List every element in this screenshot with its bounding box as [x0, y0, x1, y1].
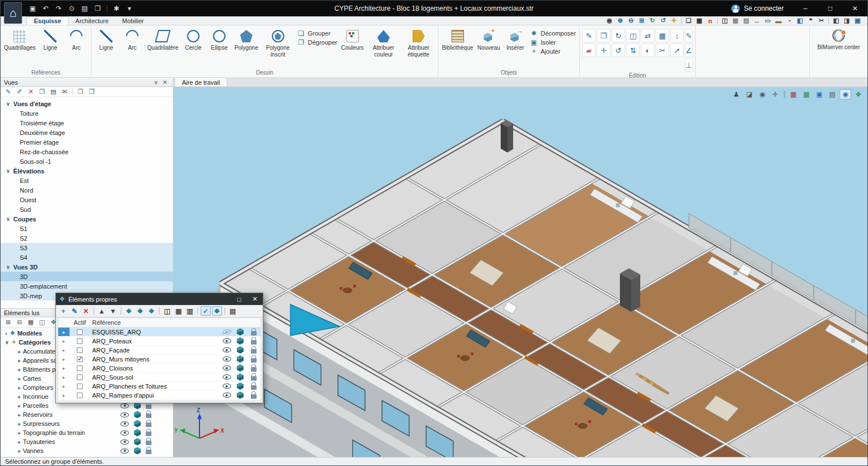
element-tree-item[interactable]: Vannes — [1, 446, 173, 455]
view-tree-item[interactable]: Deuxième étage — [1, 128, 173, 137]
view-tree-item[interactable]: Vues 3D — [1, 262, 173, 272]
view-tree-item[interactable]: Vues d'étage — [1, 99, 173, 108]
cube-3d-icon[interactable] — [237, 346, 244, 354]
screenshot-icon[interactable]: ❏ — [683, 16, 694, 25]
visibility-eye-icon[interactable] — [223, 347, 231, 352]
maximize-button[interactable]: □ — [818, 1, 843, 16]
move-down-icon[interactable]: ▼ — [108, 306, 118, 316]
row-expander-icon[interactable] — [58, 364, 70, 372]
button-attribuer-etiquette[interactable]: Attribuer étiquette — [402, 26, 436, 69]
lock-icon[interactable] — [251, 349, 257, 354]
cube-3d-icon[interactable] — [134, 447, 141, 455]
visibility-eye-icon[interactable] — [120, 421, 129, 426]
model-tree-icon[interactable]: ❖ — [853, 89, 864, 99]
tab-mobilier[interactable]: Mobilier — [115, 16, 151, 25]
active-checkbox[interactable] — [77, 365, 83, 371]
visibility-eye-icon[interactable] — [223, 338, 231, 343]
isolate-elements-icon[interactable]: ✛ — [770, 89, 781, 99]
button-cercle[interactable]: Cercle — [181, 26, 206, 69]
element-row[interactable]: ESQUISSE_ARQ — [58, 328, 261, 337]
element-row[interactable]: ARQ_Planchers et Toitures — [58, 382, 261, 391]
grid-view-icon[interactable]: ▦ — [801, 89, 812, 99]
list-view-icon[interactable]: ▤ — [228, 306, 238, 316]
button-polygone-inscrit[interactable]: Polygone inscrit — [261, 26, 295, 69]
measure-vertical-icon[interactable]: ↕ — [670, 29, 684, 42]
button-ellipse[interactable]: Ellipse — [207, 26, 232, 69]
visibility-options-icon[interactable]: ◉ — [840, 89, 851, 99]
lock-icon[interactable] — [251, 394, 257, 399]
cube-3d-icon[interactable] — [134, 429, 141, 437]
collapse-panel-icon[interactable]: ∨ — [151, 79, 160, 85]
screen-icon[interactable]: ▭ — [762, 16, 773, 25]
cube-3d-icon[interactable] — [134, 438, 141, 446]
zoom-icon[interactable]: ⊙ — [66, 3, 78, 14]
find-icon[interactable]: ◉ — [604, 16, 615, 25]
columns-icon[interactable]: ▦ — [25, 318, 36, 326]
layers-view-icon[interactable]: ▤ — [827, 89, 838, 99]
hide-elements-icon[interactable]: ◉ — [757, 89, 768, 99]
tools-icon[interactable]: ✂ — [816, 16, 827, 25]
lock-icon[interactable] — [251, 331, 257, 336]
view-tree-item[interactable]: Sous-sol -1 — [1, 156, 173, 166]
group-assign-icon[interactable]: ❖ — [135, 306, 145, 316]
perpendicular-icon[interactable]: ⊥ — [685, 58, 693, 72]
view-3d-icon[interactable]: ❖ — [212, 306, 222, 316]
move-up-icon[interactable]: ▲ — [97, 306, 107, 316]
array-icon[interactable]: ▦ — [656, 29, 669, 42]
row-expander-icon[interactable] — [58, 382, 70, 390]
print-icon[interactable]: ▤ — [79, 3, 91, 14]
element-tree-item[interactable]: Topographie du terrain — [1, 428, 173, 437]
send-view-icon[interactable]: ✉ — [59, 88, 70, 96]
cube-3d-icon[interactable] — [237, 328, 244, 336]
button-bibliotheque[interactable]: Bibliothèque — [441, 26, 475, 69]
panel-left-icon[interactable]: ◧ — [831, 16, 841, 25]
button-quadrilatere[interactable]: Quadrilatère — [146, 26, 180, 69]
mirror-icon[interactable]: ◫ — [626, 29, 640, 42]
button-quadrillages[interactable]: Quadrillages — [3, 26, 37, 69]
tab-esquisse[interactable]: Esquisse — [27, 16, 68, 25]
clock-icon[interactable]: ◔ — [784, 16, 795, 25]
cube-3d-icon[interactable] — [134, 411, 141, 419]
visibility-eye-icon[interactable] — [120, 412, 129, 417]
lock-icon[interactable] — [146, 423, 151, 427]
button-ligne-ref[interactable]: Ligne — [38, 26, 63, 69]
row-expander-icon[interactable] — [58, 328, 70, 336]
collapse-all-icon[interactable]: ⊟ — [14, 318, 25, 326]
monitor-view-icon[interactable]: ▣ — [814, 89, 825, 99]
visibility-eye-icon[interactable] — [223, 384, 231, 389]
edit-element-icon[interactable]: ✎ — [70, 306, 80, 316]
panel-right-icon[interactable]: ◨ — [841, 16, 852, 25]
app-menu-button[interactable]: ⌂ — [4, 2, 22, 24]
offset-icon[interactable]: ⇄ — [641, 29, 654, 42]
lock-icon[interactable] — [146, 413, 151, 418]
capture-icon[interactable]: ❐ — [92, 3, 104, 14]
visibility-eye-icon[interactable] — [120, 430, 129, 435]
grid-icon[interactable]: ▦ — [730, 16, 741, 25]
cube-3d-icon[interactable] — [237, 373, 244, 381]
move-icon[interactable]: ✛ — [597, 43, 610, 57]
erase-icon[interactable]: ▰ — [582, 43, 596, 57]
active-checkbox[interactable] — [77, 329, 83, 335]
dialog-title-bar[interactable]: ❖ Éléments propres □✕ — [56, 293, 263, 305]
visibility-eye-icon[interactable] — [223, 393, 231, 398]
angle-icon[interactable]: ∠ — [685, 43, 693, 57]
comment-icon[interactable]: ❝ — [805, 16, 816, 25]
edit-pencil-icon[interactable]: ✎ — [582, 29, 596, 42]
element-row[interactable]: ARQ_Sous-sol — [58, 373, 261, 382]
view-tree-item[interactable]: Ouest — [1, 195, 173, 204]
open-library-icon[interactable]: ❒ — [75, 88, 86, 96]
visibility-eye-icon[interactable] — [223, 365, 231, 371]
button-isoler[interactable]: ▣ Isoler — [530, 39, 576, 46]
active-checkbox[interactable] — [77, 374, 83, 380]
lock-icon[interactable] — [146, 441, 151, 445]
button-ajouter[interactable]: + Ajouter — [530, 48, 576, 55]
analysis-table-icon[interactable]: ▦ — [788, 89, 799, 99]
print-view-icon[interactable]: ▤ — [48, 88, 59, 96]
active-checkbox[interactable] — [77, 338, 83, 344]
cube-3d-icon[interactable] — [237, 355, 244, 363]
flip-icon[interactable]: ⇅ — [626, 43, 640, 57]
pattern-icon[interactable]: ▦ — [694, 16, 705, 25]
close-button[interactable]: ✕ — [843, 1, 867, 16]
duplicate-view-icon[interactable]: ❐ — [37, 88, 47, 96]
lock-icon[interactable] — [146, 432, 151, 436]
